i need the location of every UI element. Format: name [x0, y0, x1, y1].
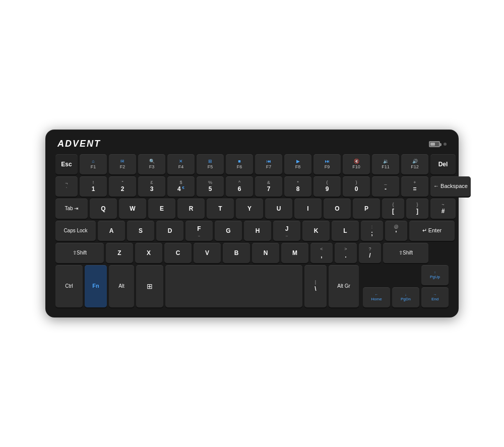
key-f4[interactable]: ✕ F4 — [167, 154, 195, 174]
key-enter[interactable]: ↵ Enter — [409, 221, 455, 241]
battery-indicator — [429, 141, 447, 147]
keyboard-wrapper: ADVENT Esc ⌂ F1 ✉ F2 — [45, 130, 459, 317]
key-y[interactable]: Y — [236, 199, 263, 219]
nav-bottom-row: ← Home ↓ PgDn → End — [363, 287, 449, 307]
key-lbracket[interactable]: { [ — [382, 199, 404, 219]
key-7[interactable]: & 7 — [255, 176, 282, 197]
key-r[interactable]: R — [177, 199, 205, 219]
key-esc[interactable]: Esc — [55, 154, 78, 174]
row-function: Esc ⌂ F1 ✉ F2 🔍 F3 ✕ F4 — [55, 154, 449, 174]
keyboard-header: ADVENT — [55, 139, 449, 149]
row-asdf: Caps Lock A S D F _ G H J _ K L : ; — [55, 221, 449, 241]
battery-icon — [429, 141, 440, 147]
key-fn[interactable]: Fn — [85, 265, 107, 307]
key-b[interactable]: B — [223, 243, 250, 263]
key-comma[interactable]: < , — [310, 243, 333, 263]
key-5[interactable]: % 5 — [197, 176, 224, 197]
key-f9[interactable]: ⏭ F9 — [313, 154, 341, 174]
row-qwerty: Tab ⇥ Q W E R T Y U I O P { [ } ] — [55, 199, 449, 219]
keyboard-rows: Esc ⌂ F1 ✉ F2 🔍 F3 ✕ F4 — [55, 154, 449, 307]
key-1[interactable]: ! 1 — [80, 176, 107, 197]
key-x[interactable]: X — [135, 243, 162, 263]
key-3[interactable]: £ 3 — [138, 176, 165, 197]
key-2[interactable]: " 2 — [109, 176, 136, 197]
key-alt-gr[interactable]: Alt Gr — [329, 265, 359, 307]
key-g[interactable]: G — [215, 221, 242, 241]
led-dot — [444, 143, 447, 146]
key-f2[interactable]: ✉ F2 — [109, 154, 136, 174]
key-slash[interactable]: ? / — [359, 243, 381, 263]
key-semicolon[interactable]: : ; — [361, 221, 383, 241]
key-f[interactable]: F _ — [185, 221, 213, 241]
key-ctrl[interactable]: Ctrl — [55, 265, 83, 307]
row-bottom: Ctrl Fn Alt ⊞ | \ Alt Gr ↑ PgUp — [55, 265, 449, 307]
key-shift-right[interactable]: ⇧Shift — [383, 243, 428, 263]
key-tab[interactable]: Tab ⇥ — [55, 199, 88, 219]
key-6[interactable]: ^ 6 — [226, 176, 253, 197]
key-n[interactable]: N — [252, 243, 279, 263]
nav-top-row: ↑ PgUp — [363, 265, 449, 285]
key-k[interactable]: K — [302, 221, 330, 241]
key-f8[interactable]: ▶ F8 — [284, 154, 311, 174]
key-f5[interactable]: ⊞ F5 — [197, 154, 224, 174]
key-w[interactable]: W — [119, 199, 146, 219]
key-end[interactable]: → End — [421, 287, 449, 307]
key-rbracket[interactable]: } ] — [406, 199, 428, 219]
key-f7[interactable]: ⏮ F7 — [255, 154, 282, 174]
key-9[interactable]: ( 9 — [313, 176, 341, 197]
key-f12[interactable]: 🔊 F12 — [401, 154, 428, 174]
key-f3[interactable]: 🔍 F3 — [138, 154, 165, 174]
brand-logo: ADVENT — [57, 139, 101, 149]
key-capslock[interactable]: Caps Lock — [55, 221, 96, 241]
key-pgdn[interactable]: ↓ PgDn — [392, 287, 419, 307]
keyboard: ADVENT Esc ⌂ F1 ✉ F2 — [45, 130, 459, 317]
key-minus[interactable]: _ - — [372, 176, 399, 197]
key-s[interactable]: S — [127, 221, 154, 241]
key-c[interactable]: C — [164, 243, 192, 263]
key-o[interactable]: O — [324, 199, 351, 219]
key-equals[interactable]: + = — [401, 176, 428, 197]
key-at[interactable]: @ ' — [385, 221, 407, 241]
key-backtick[interactable]: ¬ ` — [55, 176, 78, 197]
key-q[interactable]: Q — [90, 199, 117, 219]
key-d[interactable]: D — [156, 221, 183, 241]
key-f1[interactable]: ⌂ F1 — [80, 154, 107, 174]
key-t[interactable]: T — [207, 199, 234, 219]
row-zxcv: ⇧Shift Z X C V B N M < , > . ? / — [55, 243, 449, 263]
key-home[interactable]: ← Home — [363, 287, 390, 307]
key-f6[interactable]: ■ F6 — [226, 154, 253, 174]
key-0[interactable]: ) 0 — [343, 176, 370, 197]
key-j[interactable]: J _ — [273, 221, 300, 241]
key-h[interactable]: H — [244, 221, 271, 241]
key-a[interactable]: A — [98, 221, 125, 241]
key-pgup[interactable]: ↑ PgUp — [421, 265, 449, 285]
key-win[interactable]: ⊞ — [136, 265, 163, 307]
key-backslash[interactable]: | \ — [304, 265, 327, 307]
key-u[interactable]: U — [265, 199, 292, 219]
row-numbers: ¬ ` ! 1 " 2 £ 3 $ 4 € — [55, 176, 449, 197]
key-l[interactable]: L — [332, 221, 359, 241]
key-e[interactable]: E — [148, 199, 175, 219]
key-shift-left[interactable]: ⇧Shift — [55, 243, 104, 263]
key-i[interactable]: I — [294, 199, 322, 219]
key-v[interactable]: V — [194, 243, 221, 263]
key-hash[interactable]: ~ # — [430, 199, 456, 219]
key-4[interactable]: $ 4 € — [167, 176, 195, 197]
key-p[interactable]: P — [353, 199, 380, 219]
key-f10[interactable]: 🔇 F10 — [343, 154, 370, 174]
key-f11[interactable]: 🔉 F11 — [372, 154, 399, 174]
key-alt-left[interactable]: Alt — [109, 265, 134, 307]
key-spacebar[interactable] — [165, 265, 302, 307]
nav-cluster: ↑ PgUp ← Home ↓ PgDn — [363, 265, 449, 307]
key-m[interactable]: M — [281, 243, 308, 263]
key-8[interactable]: * 8 — [284, 176, 311, 197]
key-period[interactable]: > . — [335, 243, 357, 263]
key-backspace[interactable]: ← Backspace — [430, 176, 471, 197]
key-del[interactable]: Del — [430, 154, 456, 174]
key-z[interactable]: Z — [106, 243, 133, 263]
